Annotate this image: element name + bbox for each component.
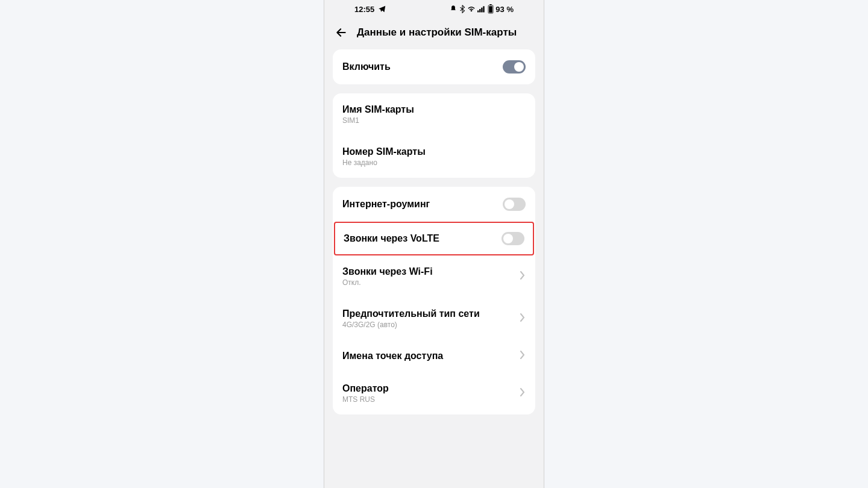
card-enable: Включить	[333, 49, 535, 84]
card-sim-info: Имя SIM-карты SIM1 Номер SIM-карты Не за…	[333, 93, 535, 178]
row-roaming[interactable]: Интернет-роуминг	[333, 187, 535, 222]
sim-name-label: Имя SIM-карты	[342, 104, 414, 115]
back-button[interactable]	[335, 27, 347, 39]
sim-number-value: Не задано	[342, 158, 426, 167]
volte-highlight: Звонки через VoLTE	[334, 222, 534, 255]
telegram-icon	[378, 5, 386, 13]
roaming-label: Интернет-роуминг	[342, 199, 430, 210]
status-battery-pct: 93 %	[495, 5, 514, 14]
row-enable[interactable]: Включить	[333, 49, 535, 84]
row-wifi-calls[interactable]: Звонки через Wi-Fi Откл.	[333, 255, 535, 298]
net-type-value: 4G/3G/2G (авто)	[342, 321, 480, 329]
volte-label: Звонки через VoLTE	[344, 233, 439, 244]
wifi-icon	[467, 5, 476, 13]
bluetooth-icon	[459, 5, 465, 13]
svg-rect-6	[489, 6, 493, 13]
row-net-type[interactable]: Предпочтительный тип сети 4G/3G/2G (авто…	[333, 298, 535, 340]
volte-toggle[interactable]	[502, 232, 524, 245]
signal-icon	[477, 5, 486, 13]
chevron-right-icon	[520, 388, 526, 399]
roaming-toggle[interactable]	[503, 198, 526, 211]
svg-rect-1	[479, 9, 480, 12]
svg-rect-2	[482, 8, 483, 13]
card-network: Интернет-роуминг Звонки через VoLTE Звон…	[333, 187, 535, 414]
header: Данные и настройки SIM-карты	[324, 18, 544, 49]
svg-rect-3	[483, 6, 485, 12]
status-time: 12:55	[354, 5, 374, 14]
enable-label: Включить	[342, 61, 391, 72]
phone-frame: 12:55 93 % Да	[324, 0, 544, 488]
chevron-right-icon	[520, 351, 526, 361]
page-title: Данные и настройки SIM-карты	[357, 27, 517, 39]
chevron-right-icon	[520, 313, 526, 324]
wifi-calls-label: Звонки через Wi-Fi	[342, 266, 433, 277]
vibrate-icon	[449, 5, 458, 13]
chevron-right-icon	[520, 271, 526, 282]
wifi-calls-value: Откл.	[342, 278, 433, 287]
row-operator[interactable]: Оператор MTS RUS	[333, 372, 535, 414]
battery-icon	[488, 4, 494, 14]
row-sim-number[interactable]: Номер SIM-карты Не задано	[333, 136, 535, 178]
row-apn[interactable]: Имена точек доступа	[333, 340, 535, 372]
net-type-label: Предпочтительный тип сети	[342, 308, 480, 319]
enable-toggle[interactable]	[503, 60, 526, 74]
row-sim-name[interactable]: Имя SIM-карты SIM1	[333, 93, 535, 136]
operator-value: MTS RUS	[342, 395, 389, 404]
row-volte[interactable]: Звонки через VoLTE	[335, 223, 533, 254]
operator-label: Оператор	[342, 383, 389, 394]
sim-number-label: Номер SIM-карты	[342, 146, 426, 157]
sim-name-value: SIM1	[342, 116, 414, 125]
status-bar: 12:55 93 %	[324, 0, 544, 18]
apn-label: Имена точек доступа	[342, 351, 443, 361]
svg-rect-0	[477, 10, 479, 12]
